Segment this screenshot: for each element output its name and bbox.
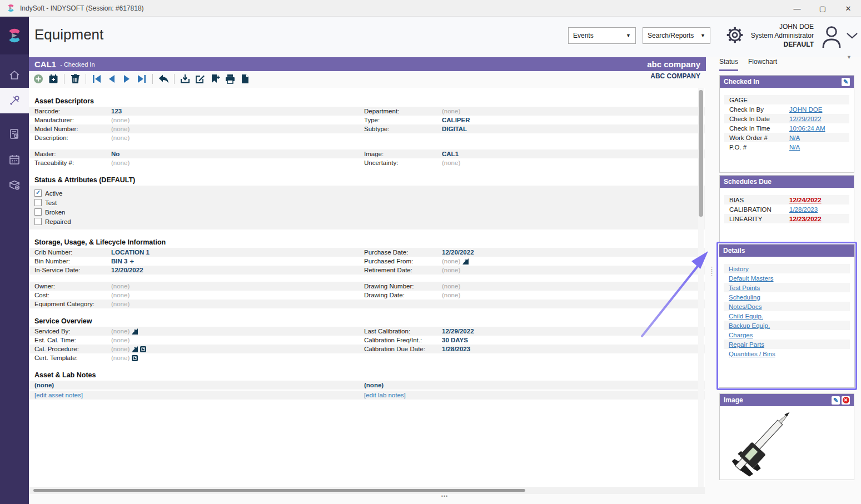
lab-notes-value: (none) (364, 382, 705, 388)
window-titlebar: IndySoft - INDYSOFT (Session: #617818) —… (0, 0, 861, 17)
company-name: abc company (647, 59, 700, 69)
panel-splitter-handle[interactable]: ⋮⋮ (708, 267, 715, 275)
field-value: BIN 3 (111, 258, 127, 265)
last-record-button[interactable] (136, 73, 148, 85)
attributes-block: Active Test Broken Repaired (29, 186, 705, 229)
field-label: Equipment Category: (34, 301, 111, 307)
previous-record-icon (107, 74, 116, 83)
details-link-notes-docs[interactable]: Notes/Docs (729, 303, 762, 310)
edit-lab-notes-link[interactable]: [edit lab notes] (364, 392, 705, 398)
edit-record-button[interactable] (194, 73, 206, 85)
goto-link-icon[interactable] (132, 328, 138, 335)
edit-pencil-icon[interactable]: ✎ (832, 396, 840, 405)
details-link-test-points[interactable]: Test Points (729, 285, 760, 291)
goto-link-icon[interactable] (462, 258, 469, 265)
undo-button[interactable] (157, 73, 170, 85)
field-label: Crib Number: (34, 249, 111, 256)
tab-status[interactable]: Status (719, 58, 738, 71)
field-label: Serviced By: (34, 328, 111, 335)
delete-button[interactable] (69, 73, 81, 85)
user-info: JOHN DOE System Administrator DEFAULT (746, 22, 814, 49)
field-label: Retirement Date: (364, 267, 442, 273)
edit-asset-notes-link[interactable]: [edit asset notes] (34, 392, 364, 398)
maximize-button[interactable]: ▢ (810, 0, 835, 17)
sidebar-item-reports[interactable] (0, 121, 29, 147)
horizontal-scrollbar-thumb[interactable] (33, 489, 525, 492)
tab-flowchart[interactable]: Flowchart (748, 58, 777, 71)
open-window-icon[interactable] (132, 355, 138, 361)
checkbox-label: Active (45, 190, 62, 197)
add-record-button[interactable] (32, 73, 44, 85)
details-link-child-equip[interactable]: Child Equip. (729, 313, 763, 320)
minimize-button[interactable]: — (784, 0, 810, 17)
previous-record-button[interactable] (106, 73, 118, 85)
field-value: (none) (111, 328, 130, 335)
next-record-button[interactable] (121, 73, 133, 85)
edit-pencil-icon[interactable]: ✎ (842, 78, 850, 86)
search-reports-dropdown-label: Search/Reports (648, 32, 694, 39)
open-window-icon[interactable] (140, 346, 146, 352)
bookmark-add-button[interactable] (209, 73, 221, 85)
print-button[interactable] (224, 73, 236, 85)
details-link-repair-parts[interactable]: Repair Parts (729, 341, 764, 348)
details-link-scheduling[interactable]: Scheduling (729, 294, 760, 301)
sidebar-item-schedule[interactable] (0, 147, 29, 172)
details-link-quantities-bins[interactable]: Quantities / Bins (729, 351, 775, 357)
vertical-scrollbar-thumb[interactable] (699, 90, 703, 217)
panel-title: Schedules Due (724, 176, 772, 188)
add-bin-icon[interactable]: + (130, 257, 134, 266)
calibration-due-date-link[interactable]: 1/28/2023 (789, 206, 849, 213)
import-button[interactable] (179, 73, 191, 85)
checkbox-test[interactable] (34, 199, 42, 206)
sidebar-item-equipment[interactable] (0, 88, 29, 113)
po-number-link[interactable]: N/A (789, 144, 849, 151)
details-link-charges[interactable]: Charges (729, 332, 753, 338)
status-row: Work Order # N/A (724, 133, 849, 142)
user-menu-button[interactable] (845, 31, 861, 42)
field-label: Calibration Freq/Int.: (364, 337, 442, 343)
work-order-link[interactable]: N/A (789, 134, 849, 141)
status-row: Check In Time 10:06:24 AM (724, 123, 849, 133)
first-record-icon (92, 74, 102, 83)
close-button[interactable]: ✕ (835, 0, 861, 17)
linearity-due-date-link[interactable]: 12/23/2022 (789, 216, 849, 222)
details-link-history[interactable]: History (729, 266, 749, 272)
sidebar-item-inventory[interactable] (0, 172, 29, 198)
check-in-time-link[interactable]: 10:06:24 AM (789, 125, 849, 132)
events-dropdown[interactable]: Events ▼ (568, 27, 636, 44)
avatar[interactable] (818, 22, 845, 50)
bias-due-date-link[interactable]: 12/24/2022 (789, 197, 849, 203)
delete-icon (71, 74, 80, 84)
sidebar-item-home[interactable] (0, 62, 29, 88)
check-in-date-link[interactable]: 12/29/2022 (789, 116, 849, 122)
field-value: (none) (442, 108, 705, 114)
details-link-default-masters[interactable]: Default Masters (729, 275, 774, 282)
details-panel: Details History Default Masters Test Poi… (719, 244, 855, 388)
nav-sidebar (0, 17, 29, 504)
field-row: Manufacturer:(none) Type:CALIPER (29, 116, 705, 124)
panel-title: Checked In (724, 76, 759, 88)
attribute-row: Broken (34, 207, 705, 217)
field-row: Bin Number: BIN 3+ Purchased From: (none… (29, 257, 705, 266)
collapse-panel-arrow-icon[interactable]: ▼ (847, 54, 852, 60)
field-value: 12/20/2022 (442, 249, 705, 256)
check-in-by-link[interactable]: JOHN DOE (789, 106, 849, 113)
checkbox-repaired[interactable] (34, 218, 42, 225)
search-reports-dropdown[interactable]: Search/Reports ▼ (643, 27, 710, 44)
document-button[interactable] (239, 73, 251, 85)
first-record-button[interactable] (91, 73, 103, 85)
status-row: Check In Date 12/29/2022 (724, 114, 849, 123)
calendar-add-button[interactable] (47, 73, 59, 85)
field-row: Cost:(none) Drawing Date:(none) (29, 291, 705, 300)
field-label: Type: (364, 117, 442, 123)
delete-image-icon[interactable]: ✕ (842, 396, 850, 405)
field-value: 30 DAYS (442, 337, 705, 343)
checkbox-active[interactable] (34, 189, 42, 197)
field-label: Department: (364, 108, 442, 114)
panel-resize-handle[interactable]: ••• (434, 493, 456, 499)
schedules-due-panel: Schedules Due BIAS 12/24/2022 CALIBRATIO… (719, 175, 854, 243)
settings-button[interactable] (724, 24, 746, 47)
goto-link-icon[interactable] (132, 346, 138, 352)
checkbox-broken[interactable] (34, 208, 42, 216)
details-link-backup-equip[interactable]: Backup Equip. (729, 322, 770, 329)
